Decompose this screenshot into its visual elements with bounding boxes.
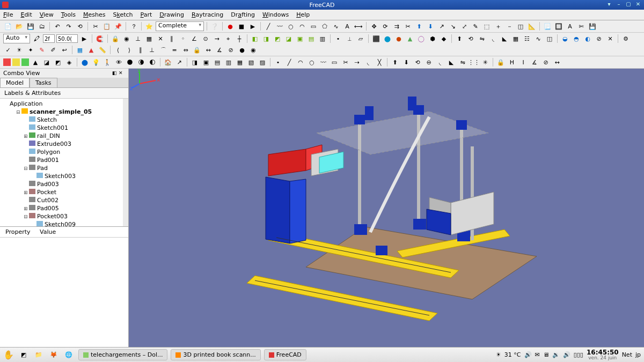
panel-close-icon[interactable]: ✕ — [119, 70, 125, 77]
net-indicator[interactable]: Net — [622, 351, 632, 358]
tree-item[interactable]: Cut002 — [2, 196, 121, 204]
mail-icon[interactable]: ✉ — [535, 351, 540, 358]
edit-icon[interactable]: ✎ — [471, 21, 480, 31]
sk-arc-icon[interactable]: ◠ — [296, 57, 305, 67]
snap-par-icon[interactable]: ∥ — [167, 34, 177, 43]
moon3-icon[interactable]: 🌓 — [148, 57, 157, 67]
sphere-icon[interactable]: ● — [394, 34, 404, 43]
mesh-eval-icon[interactable]: ◨ — [261, 34, 271, 43]
taskbar-web-icon[interactable]: 🌐 — [63, 350, 74, 360]
snap-mid-icon[interactable]: ◉ — [122, 34, 131, 43]
pd-chamfer-icon[interactable]: ◣ — [447, 57, 456, 67]
axis-icon[interactable]: ⟂ — [345, 34, 354, 43]
upgrade-icon[interactable]: ↗ — [437, 21, 447, 31]
bool-cut-icon[interactable]: ◒ — [560, 34, 570, 43]
sk-construct-icon[interactable]: ╳ — [375, 57, 384, 67]
bspline-icon[interactable]: ∿ — [331, 21, 341, 31]
wire-icon[interactable]: 〰 — [275, 21, 284, 31]
snap-ang-icon[interactable]: ∠ — [189, 34, 199, 43]
taskbar-files-icon[interactable]: 📁 — [33, 350, 44, 360]
torus-icon[interactable]: ◯ — [416, 34, 426, 43]
menu-help[interactable]: Help — [296, 11, 310, 18]
snap-perp-icon[interactable]: ⊥ — [133, 34, 143, 43]
draft-i-icon[interactable]: I — [518, 57, 528, 67]
down-icon[interactable]: ⬇ — [426, 21, 435, 31]
annotation-icon[interactable]: A — [565, 21, 575, 31]
mirror-icon[interactable]: ⇋ — [477, 34, 487, 43]
taskbar-firefox-icon[interactable]: 🦊 — [48, 350, 59, 360]
tree-doc[interactable]: ⊟scanner_simple_05 — [2, 108, 121, 116]
offset-icon[interactable]: ⇉ — [392, 21, 401, 31]
apply-style-icon[interactable]: ▶ — [79, 34, 89, 43]
sweep-icon[interactable]: ∿ — [533, 34, 543, 43]
mesh-reg-icon[interactable]: ▥ — [318, 34, 327, 43]
ray-icon[interactable]: ☀ — [14, 45, 24, 55]
back-icon[interactable]: ▦ — [235, 57, 245, 67]
text-icon[interactable]: A — [342, 21, 352, 31]
weather-icon[interactable]: ☀ — [496, 351, 501, 358]
record-icon[interactable]: ● — [225, 21, 235, 31]
color-green-icon[interactable] — [21, 58, 29, 66]
draft-angle-icon[interactable]: ∡ — [530, 57, 539, 67]
shape2d-icon[interactable]: ◫ — [516, 21, 525, 31]
snap-ext-icon[interactable]: → — [212, 34, 222, 43]
taskbar-desktop-icon[interactable]: ◩ — [18, 350, 29, 360]
plane-icon[interactable]: ▱ — [356, 34, 365, 43]
cut-icon[interactable]: ✂ — [91, 21, 100, 31]
front-icon[interactable]: ▣ — [201, 57, 211, 67]
con-dist-icon[interactable]: ↔ — [203, 45, 213, 55]
bool-common-icon[interactable]: ◐ — [583, 34, 592, 43]
mesh-bnd-icon[interactable]: ▤ — [306, 34, 316, 43]
mesh-harm-icon[interactable]: ◩ — [273, 34, 282, 43]
con-v-icon[interactable]: ⟩ — [125, 45, 134, 55]
moon2-icon[interactable]: 🌘 — [136, 57, 146, 67]
play-icon[interactable]: ▶ — [248, 21, 258, 31]
tree-item[interactable]: ⊞rail_DIN — [2, 132, 121, 140]
menu-meshes[interactable]: Meshes — [83, 11, 105, 18]
line-color-icon[interactable]: 🖍 — [32, 34, 41, 43]
nav-out-icon[interactable]: ↗ — [174, 57, 184, 67]
saveas-icon[interactable]: 🗂 — [37, 21, 47, 31]
tree-item[interactable]: Polygon — [2, 148, 121, 156]
menu-view[interactable]: View — [40, 11, 54, 18]
pd-fillet-icon[interactable]: ◟ — [435, 57, 445, 67]
sk-line-icon[interactable]: ╱ — [284, 57, 294, 67]
snap-end-icon[interactable]: ◦ — [178, 34, 188, 43]
tab-model[interactable]: Model — [0, 78, 30, 87]
color-red-icon[interactable] — [3, 58, 11, 66]
circle-icon[interactable]: ○ — [286, 21, 296, 31]
extrude-icon[interactable]: ⬆ — [455, 34, 464, 43]
menu-tools[interactable]: Tools — [61, 11, 76, 18]
hide-icon[interactable]: ▾ — [605, 1, 613, 9]
stop-icon[interactable]: ■ — [237, 21, 246, 31]
tri-icon[interactable]: ▲ — [86, 45, 96, 55]
tree-item[interactable]: ⊟Pad — [2, 164, 121, 172]
workbench-selector[interactable]: Complete — [156, 21, 204, 31]
pd-rev-icon[interactable]: ⟲ — [413, 57, 422, 67]
loft-icon[interactable]: ☷ — [522, 34, 532, 43]
snap-lock-icon[interactable]: 🔒 — [111, 34, 120, 43]
maximize-icon[interactable]: ▢ — [625, 1, 632, 9]
copy-icon[interactable]: 📋 — [102, 21, 112, 31]
undo-icon[interactable]: ↶ — [53, 21, 62, 31]
menu-windows[interactable]: Windows — [262, 11, 289, 18]
undock-icon[interactable]: ◧ — [112, 70, 119, 77]
view-icon[interactable]: 🔲 — [554, 21, 564, 31]
moon1-icon[interactable]: 🌑 — [125, 57, 135, 67]
pd-pattern-icon[interactable]: ⋮⋮ — [469, 57, 479, 67]
line-icon[interactable]: ╱ — [264, 21, 273, 31]
ruled-icon[interactable]: ▦ — [511, 34, 521, 43]
rotate-icon[interactable]: ⟳ — [380, 21, 390, 31]
dim-icon[interactable]: ⟷ — [354, 21, 363, 31]
box-icon[interactable]: ⬛ — [371, 34, 381, 43]
grid-icon[interactable]: ▦ — [75, 45, 85, 55]
tree-item[interactable]: ⊞Pad005 — [2, 204, 121, 212]
prim-icon[interactable]: ⬢ — [428, 34, 437, 43]
sk-poly-icon[interactable]: 〰 — [318, 57, 328, 67]
volume3-icon[interactable]: 🔊 — [563, 351, 570, 358]
left-icon[interactable]: ▨ — [258, 57, 267, 67]
tree-item[interactable]: ⊞Pocket — [2, 188, 121, 196]
tree-item[interactable]: Pad001 — [2, 156, 121, 164]
tree-root[interactable]: Application — [2, 100, 121, 108]
wp-icon[interactable]: ▲ — [31, 57, 40, 67]
